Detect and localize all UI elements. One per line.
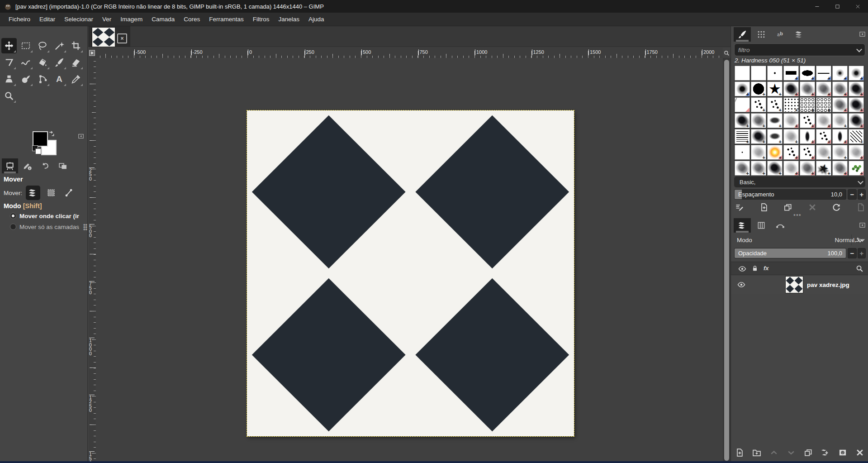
- tab-tool-options[interactable]: [2, 158, 18, 173]
- brush-cell[interactable]: +: [849, 145, 864, 160]
- tab-patterns[interactable]: [753, 27, 770, 42]
- brush-cell[interactable]: +: [849, 97, 864, 112]
- rectangle-select-tool[interactable]: [18, 38, 33, 53]
- dock-menu-arrow-icon[interactable]: [859, 31, 866, 38]
- image-tab-close-button[interactable]: ×: [117, 33, 127, 43]
- duplicate-layer-button[interactable]: [803, 447, 814, 458]
- brush-cell[interactable]: +: [751, 145, 766, 160]
- brush-cell[interactable]: [735, 145, 750, 160]
- tab-fonts[interactable]: ab: [772, 27, 789, 42]
- move-selection[interactable]: [44, 186, 58, 200]
- tab-device-status[interactable]: [19, 158, 36, 173]
- image-tab[interactable]: ×: [88, 26, 130, 47]
- brush-cell[interactable]: +: [783, 145, 799, 160]
- brush-cell[interactable]: +: [800, 161, 815, 176]
- radio-move-active-layer[interactable]: Mover só as camadas: [10, 223, 79, 231]
- clone-tool[interactable]: [1, 72, 17, 87]
- duplicate-brush-button[interactable]: [783, 202, 793, 213]
- brush-cell[interactable]: +: [816, 66, 831, 81]
- color-picker-tool[interactable]: [68, 72, 84, 87]
- brush-cell[interactable]: +: [800, 81, 815, 96]
- brush-cell[interactable]: +: [800, 145, 815, 160]
- brush-cell[interactable]: +: [751, 129, 766, 144]
- brush-cell[interactable]: +: [816, 113, 831, 128]
- canvas-image[interactable]: [247, 110, 574, 436]
- lock-icon[interactable]: [751, 265, 759, 272]
- spacing-slider[interactable]: Espaçamento 10,0: [734, 189, 846, 200]
- new-brush-button[interactable]: [759, 202, 769, 213]
- menu-item-camada[interactable]: Camada: [147, 13, 179, 26]
- tab-layers[interactable]: [734, 218, 751, 233]
- brush-cell[interactable]: +: [832, 145, 848, 160]
- refresh-brushes-button[interactable]: [831, 202, 842, 213]
- paintbrush-tool[interactable]: [52, 55, 67, 70]
- text-tool[interactable]: A: [52, 72, 67, 87]
- brush-cell[interactable]: +: [783, 161, 799, 176]
- menu-item-editar[interactable]: Editar: [35, 13, 60, 26]
- brush-cell[interactable]: +: [751, 161, 766, 176]
- free-select-tool[interactable]: [35, 38, 50, 53]
- vertical-scrollbar[interactable]: [723, 58, 730, 463]
- swap-colors-icon[interactable]: [48, 130, 55, 137]
- vertical-ruler[interactable]: 2 5 05 0 07 5 01 0 0 01 2 5 01 5 0 0: [88, 58, 96, 463]
- image-tab-thumbnail[interactable]: [92, 27, 115, 47]
- brush-cell[interactable]: +: [767, 161, 783, 176]
- opacity-decrease-button[interactable]: −: [848, 248, 857, 258]
- menu-item-ficheiro[interactable]: Ficheiro: [4, 13, 35, 26]
- brush-cell[interactable]: +: [849, 81, 864, 96]
- brush-cell[interactable]: +: [767, 97, 783, 112]
- brush-cell[interactable]: +: [849, 161, 864, 176]
- unified-transform-tool[interactable]: [1, 55, 17, 70]
- eraser-tool[interactable]: [68, 55, 84, 70]
- brush-group-dropdown[interactable]: Basic,: [734, 177, 865, 187]
- brush-cell[interactable]: +: [735, 81, 750, 96]
- tab-gradients[interactable]: [791, 27, 808, 42]
- brush-cell[interactable]: +: [832, 81, 848, 96]
- menu-item-selecionar[interactable]: Selecionar: [60, 13, 98, 26]
- brush-cell[interactable]: +: [832, 129, 848, 144]
- brush-cell[interactable]: +: [767, 113, 783, 128]
- visibility-eye-icon[interactable]: [738, 265, 746, 273]
- merge-layer-button[interactable]: [820, 447, 831, 458]
- brush-cell[interactable]: [767, 66, 783, 81]
- lower-layer-button[interactable]: [786, 447, 797, 458]
- search-icon[interactable]: [856, 265, 863, 272]
- tab-channels[interactable]: [753, 218, 770, 233]
- brush-cell[interactable]: +: [816, 161, 831, 176]
- brush-cell[interactable]: +: [751, 113, 766, 128]
- bucket-fill-tool[interactable]: [35, 55, 50, 70]
- brush-filter-input[interactable]: filtro: [734, 43, 865, 56]
- brush-cell[interactable]: +: [800, 129, 815, 144]
- layer-mode-row[interactable]: Modo Normal: [734, 234, 865, 245]
- tab-images[interactable]: [55, 158, 71, 173]
- warp-transform-tool[interactable]: [18, 55, 33, 70]
- brush-cell[interactable]: [735, 97, 750, 112]
- tab-undo-history[interactable]: [37, 158, 53, 173]
- vertical-scrollbar-thumb[interactable]: [724, 60, 729, 461]
- close-button[interactable]: [848, 0, 868, 13]
- brush-cell[interactable]: +: [832, 161, 848, 176]
- brush-cell[interactable]: +: [832, 66, 848, 81]
- brush-cell[interactable]: +: [783, 66, 799, 81]
- radio-move-pick[interactable]: Mover onde clicar (ir: [10, 212, 79, 220]
- move-tool[interactable]: [1, 38, 17, 53]
- minimize-button[interactable]: [807, 0, 827, 13]
- tab-paths[interactable]: [772, 218, 789, 233]
- fuzzy-select-tool[interactable]: [52, 38, 67, 53]
- move-layer[interactable]: [26, 186, 40, 200]
- brush-cell[interactable]: +: [735, 161, 750, 176]
- brush-cell[interactable]: +: [783, 97, 799, 112]
- move-path[interactable]: [62, 186, 76, 200]
- brush-cell[interactable]: +: [849, 113, 864, 128]
- crop-tool[interactable]: [68, 38, 84, 53]
- layer-row[interactable]: pav xadrez.jpg: [731, 276, 868, 294]
- maximize-button[interactable]: [827, 0, 848, 13]
- toolbox-menu-arrow-icon[interactable]: [78, 133, 84, 139]
- brush-cell[interactable]: +: [800, 113, 815, 128]
- dock-splitter-handle[interactable]: •••: [793, 214, 802, 216]
- delete-layer-button[interactable]: [854, 447, 865, 458]
- menu-item-ajuda[interactable]: Ajuda: [304, 13, 329, 26]
- lock-fx-label[interactable]: fx: [764, 265, 769, 272]
- brush-cell[interactable]: +: [751, 81, 766, 96]
- brush-cell[interactable]: +: [767, 81, 783, 96]
